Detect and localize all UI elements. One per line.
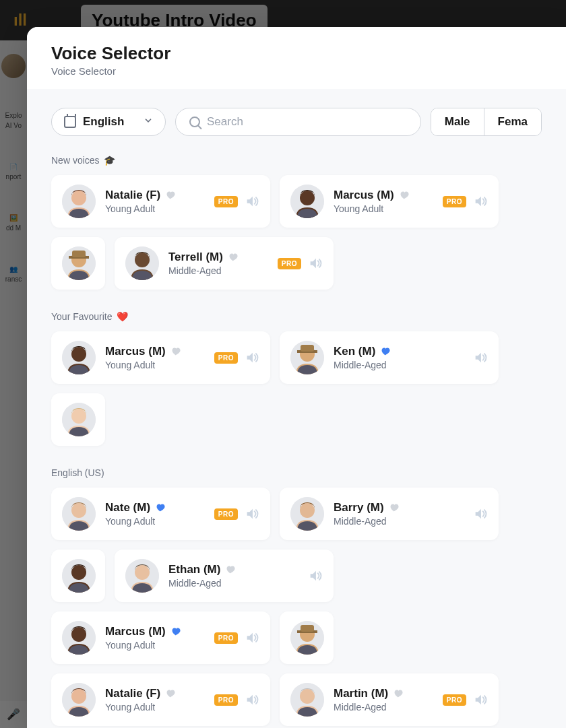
voice-avatar <box>62 341 96 374</box>
voice-age: Middle-Aged <box>334 702 433 713</box>
voice-card[interactable]: Nate (M) Young Adult PRO <box>51 488 270 540</box>
heart-icon[interactable] <box>228 252 239 263</box>
heart-icon[interactable] <box>394 688 404 699</box>
svg-rect-31 <box>301 625 314 632</box>
play-icon[interactable] <box>245 506 259 521</box>
pro-badge: PRO <box>443 196 466 207</box>
voice-card[interactable]: Marcus (M) Young Adult PRO <box>280 175 499 228</box>
svg-point-3 <box>300 191 315 205</box>
heart-icon[interactable] <box>381 346 391 357</box>
voice-avatar <box>62 403 96 436</box>
voice-name: Barry (M) <box>334 501 464 515</box>
modal-title: Voice Selector <box>51 43 542 64</box>
svg-point-33 <box>71 689 86 704</box>
voice-age: Middle-Aged <box>168 265 268 276</box>
heart-icon[interactable] <box>171 626 182 637</box>
play-icon[interactable] <box>245 194 259 209</box>
heart-icon[interactable] <box>156 502 166 513</box>
play-icon[interactable] <box>473 350 488 365</box>
play-icon[interactable] <box>245 692 259 707</box>
play-icon[interactable] <box>473 692 488 707</box>
play-icon[interactable] <box>308 568 323 583</box>
voice-actions: PRO <box>214 692 259 707</box>
voice-card[interactable]: Natalie (F) Young Adult PRO <box>51 175 270 228</box>
heart-icon[interactable] <box>166 190 177 201</box>
voice-name: Marcus (M) <box>105 625 205 638</box>
heart-icon[interactable] <box>171 346 182 357</box>
voice-card[interactable]: Ken (M) Middle-Aged <box>280 331 499 384</box>
section-title: New voices 🎓 <box>51 155 542 166</box>
chevron-down-icon <box>144 115 153 129</box>
voice-age: Middle-Aged <box>334 360 464 370</box>
svg-point-1 <box>71 191 86 205</box>
voice-avatar <box>125 246 159 280</box>
heart-icon[interactable] <box>166 688 177 699</box>
voice-grid: Nate (M) Young Adult PRO Barry (M) Middl… <box>51 488 542 728</box>
voice-avatar <box>290 185 324 218</box>
heart-icon[interactable] <box>389 502 400 513</box>
voice-actions: PRO <box>443 194 488 209</box>
voice-actions <box>473 350 488 365</box>
gender-female-button[interactable]: Fema <box>484 108 541 135</box>
voice-name: Ken (M) <box>334 345 464 358</box>
voice-avatar <box>290 497 324 531</box>
section-emoji-icon: 🎓 <box>104 155 115 166</box>
search-input[interactable] <box>207 115 407 129</box>
voice-info: Barry (M) Middle-Aged <box>334 501 464 527</box>
play-icon[interactable] <box>245 350 259 365</box>
voice-name: Natalie (F) <box>105 687 205 700</box>
language-select[interactable]: English <box>51 108 166 136</box>
svg-rect-7 <box>72 251 86 257</box>
svg-point-23 <box>71 565 86 580</box>
voice-card[interactable]: Natalie (F) Young Adult PRO <box>51 673 270 726</box>
voice-info: Natalie (F) Young Adult <box>105 687 205 713</box>
voice-actions: PRO <box>214 630 259 645</box>
voice-card[interactable]: Terrell (M) Middle-Aged PRO <box>115 237 334 290</box>
play-icon[interactable] <box>245 630 259 645</box>
voice-info: Nate (M) Young Adult <box>105 501 205 527</box>
gender-toggle: Male Fema <box>431 108 542 136</box>
modal-header: Voice Selector Voice Selector <box>27 27 566 89</box>
voice-info: Terrell (M) Middle-Aged <box>168 251 268 276</box>
voice-name: Terrell (M) <box>168 251 268 264</box>
pro-badge: PRO <box>214 196 238 207</box>
play-icon[interactable] <box>308 256 323 271</box>
gender-male-button[interactable]: Male <box>431 108 484 135</box>
voice-age: Young Adult <box>334 203 433 214</box>
pro-badge: PRO <box>278 258 301 269</box>
search-icon <box>189 117 200 127</box>
voice-card[interactable] <box>51 237 105 290</box>
heart-icon[interactable] <box>400 190 410 201</box>
voice-card[interactable] <box>51 550 105 602</box>
voice-name: Marcus (M) <box>105 345 205 358</box>
svg-point-19 <box>71 503 86 518</box>
pro-badge: PRO <box>214 352 238 364</box>
svg-point-9 <box>135 253 150 267</box>
voice-card[interactable]: Marcus (M) Young Adult PRO <box>51 331 270 384</box>
voice-card[interactable]: Ethan (M) Middle-Aged <box>115 550 334 602</box>
voice-card[interactable] <box>51 393 105 446</box>
play-icon[interactable] <box>473 506 488 521</box>
voice-card[interactable]: Marcus (M) Young Adult PRO <box>51 611 270 664</box>
voice-info: Ken (M) Middle-Aged <box>334 345 464 370</box>
voice-card[interactable] <box>280 611 334 664</box>
search-field[interactable] <box>175 108 421 136</box>
voice-actions: PRO <box>214 506 259 521</box>
modal-subtitle: Voice Selector <box>51 65 542 77</box>
heart-icon[interactable] <box>226 564 237 575</box>
play-icon[interactable] <box>473 194 488 209</box>
voice-actions <box>308 568 323 583</box>
voice-actions: PRO <box>214 194 259 209</box>
svg-point-17 <box>71 409 86 424</box>
svg-point-25 <box>135 565 150 580</box>
voice-name: Nate (M) <box>105 501 205 515</box>
voice-avatar <box>62 246 96 280</box>
voice-actions: PRO <box>278 256 323 271</box>
voice-age: Young Adult <box>105 360 205 370</box>
pro-badge: PRO <box>443 694 466 706</box>
voice-grid: Natalie (F) Young Adult PRO Marcus (M) Y… <box>51 175 542 290</box>
voice-card[interactable]: Barry (M) Middle-Aged <box>280 488 499 540</box>
svg-point-11 <box>71 347 86 362</box>
voice-info: Marcus (M) Young Adult <box>105 625 205 651</box>
voice-card[interactable]: Martin (M) Middle-Aged PRO <box>280 673 499 726</box>
